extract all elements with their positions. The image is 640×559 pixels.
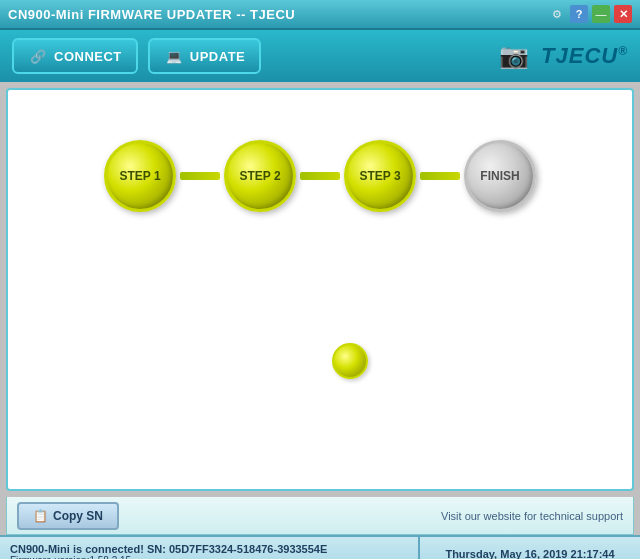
finish-circle[interactable]: FINISH [464, 140, 536, 212]
copy-icon: 📋 [33, 509, 48, 523]
visit-text: Visit our website for technical support [441, 510, 623, 522]
status-left: CN900-Mini is connected! SN: 05D7FF3324-… [0, 537, 420, 559]
steps-row: STEP 1 STEP 2 STEP 3 FINISH [104, 140, 536, 212]
connect-button[interactable]: 🔗 CONNECT [12, 38, 138, 74]
connect-label: CONNECT [54, 49, 122, 64]
help-icon[interactable]: ? [570, 5, 588, 23]
update-label: UPDATE [190, 49, 245, 64]
status-firmware: Firmware version:1.58.2.15 [10, 555, 408, 560]
title-text: CN900-Mini FIRMWARE UPDATER -- TJECU [8, 7, 295, 22]
connect-icon: 🔗 [28, 46, 48, 66]
step-2-circle[interactable]: STEP 2 [224, 140, 296, 212]
update-button[interactable]: 💻 UPDATE [148, 38, 261, 74]
bottom-bar: 📋 Copy SN Visit our website for technica… [6, 497, 634, 535]
toolbar-right: 📷 TJECU® [499, 42, 628, 70]
camera-icon[interactable]: 📷 [499, 42, 529, 70]
copy-sn-button[interactable]: 📋 Copy SN [17, 502, 119, 530]
toolbar: 🔗 CONNECT 💻 UPDATE 📷 TJECU® [0, 30, 640, 82]
step-3-circle[interactable]: STEP 3 [344, 140, 416, 212]
status-right: Thursday, May 16, 2019 21:17:44 [420, 537, 640, 559]
gear-icon[interactable]: ⚙ [548, 5, 566, 23]
connector-2 [300, 172, 340, 180]
status-bar: CN900-Mini is connected! SN: 05D7FF3324-… [0, 535, 640, 559]
brand-logo: TJECU® [541, 43, 628, 69]
title-icons: ⚙ ? — ✕ [548, 5, 632, 23]
copy-sn-label: Copy SN [53, 509, 103, 523]
update-icon: 💻 [164, 46, 184, 66]
title-bar: CN900-Mini FIRMWARE UPDATER -- TJECU ⚙ ?… [0, 0, 640, 30]
small-indicator-circle [332, 343, 368, 379]
main-content: STEP 1 STEP 2 STEP 3 FINISH [6, 88, 634, 491]
close-icon[interactable]: ✕ [614, 5, 632, 23]
status-datetime: Thursday, May 16, 2019 21:17:44 [445, 548, 614, 559]
connector-3 [420, 172, 460, 180]
step-1-circle[interactable]: STEP 1 [104, 140, 176, 212]
minimize-icon[interactable]: — [592, 5, 610, 23]
connector-1 [180, 172, 220, 180]
status-sn: CN900-Mini is connected! SN: 05D7FF3324-… [10, 543, 408, 555]
